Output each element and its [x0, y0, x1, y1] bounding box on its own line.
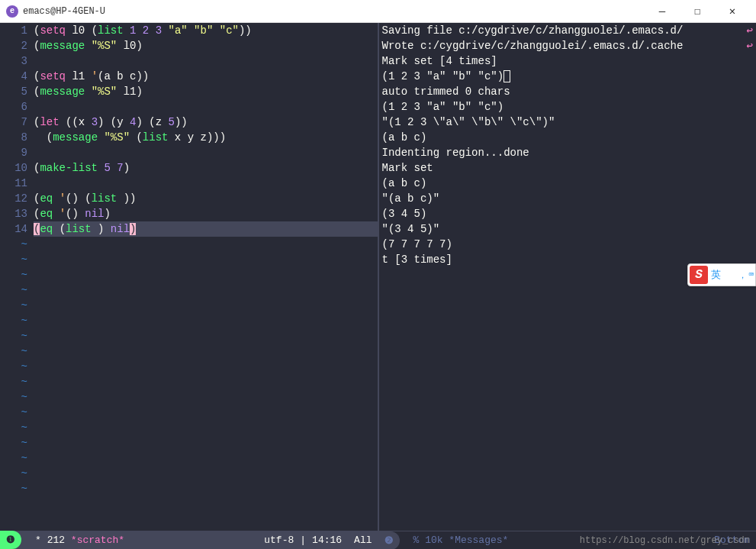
maximize-button[interactable]: ☐: [680, 0, 715, 23]
buffer-info: % 10k *Messages*: [407, 534, 515, 546]
line-gutter: 1234567891011121314~~~~~~~~~~~~~~~~~: [0, 23, 34, 496]
cursor-position: 14:16: [306, 534, 348, 546]
modeline-left[interactable]: ❶ * 212 *scratch* utf-8 | 14:16 All: [0, 531, 378, 549]
watermark: https://blog.csdn.net/grey_csdn: [580, 535, 750, 546]
ime-keyboard-icon[interactable]: ⌨: [748, 270, 754, 281]
encoding: utf-8: [258, 534, 300, 546]
code-content[interactable]: (setq l0 (list 1 2 3 "a" "b" "c"))(messa…: [34, 23, 378, 496]
minimize-button[interactable]: —: [645, 0, 680, 23]
ime-logo-icon: S: [690, 266, 708, 284]
window-number-indicator: ❷: [378, 531, 400, 550]
ime-language[interactable]: 英: [711, 268, 721, 282]
app-icon: e: [6, 5, 18, 18]
modified-indicator: * 212 *scratch*: [29, 534, 130, 546]
window-controls: — ☐ ✕: [645, 0, 750, 23]
ime-widget[interactable]: S 英 ， ⌨: [687, 263, 756, 286]
close-button[interactable]: ✕: [715, 0, 750, 23]
window-number-indicator: ❶: [0, 531, 21, 549]
buffer-name: *Messages*: [449, 534, 508, 546]
messages-content[interactable]: Saving file c:/cygdrive/c/zhangguolei/.e…: [379, 23, 757, 267]
buffer-name: *scratch*: [71, 534, 124, 546]
editor-area: 1234567891011121314~~~~~~~~~~~~~~~~~ (se…: [0, 23, 756, 531]
left-pane[interactable]: 1234567891011121314~~~~~~~~~~~~~~~~~ (se…: [0, 23, 379, 531]
ime-punct-icon[interactable]: ，: [738, 270, 747, 281]
scroll-indicator: All: [348, 534, 378, 546]
titlebar: e emacs@HP-4GEN-U — ☐ ✕: [0, 0, 756, 23]
window-title: emacs@HP-4GEN-U: [23, 6, 645, 17]
